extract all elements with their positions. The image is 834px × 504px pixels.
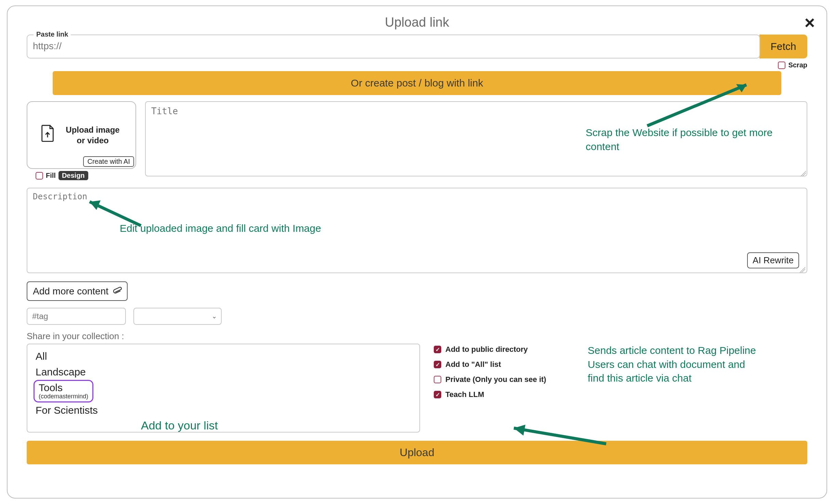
option-label: Teach LLM (445, 390, 484, 399)
checkbox-checked-icon[interactable] (434, 391, 441, 398)
scrap-checkbox[interactable] (778, 62, 785, 69)
ai-rewrite-button[interactable]: AI Rewrite (747, 252, 799, 268)
modal-title: Upload link (18, 15, 816, 30)
option-teach-llm[interactable]: Teach LLM (434, 390, 577, 399)
collection-item-scientists[interactable]: For Scientists (34, 402, 413, 418)
annotation-teach: find this article via chat (588, 371, 807, 385)
add-more-content-button[interactable]: Add more content (27, 281, 128, 301)
collection-item-landscape[interactable]: Landscape (34, 364, 413, 380)
fetch-button[interactable]: Fetch (759, 35, 807, 58)
collection-item-sub: (codemastermind) (39, 393, 88, 400)
collection-item-all[interactable]: All (34, 348, 413, 364)
option-label: Add to public directory (445, 345, 528, 354)
upload-media-card[interactable]: Upload image or video Create with AI (27, 101, 136, 169)
design-button[interactable]: Design (58, 171, 88, 180)
option-public-directory[interactable]: Add to public directory (434, 345, 577, 354)
create-with-ai-button[interactable]: Create with AI (83, 156, 134, 167)
close-icon[interactable]: × (805, 14, 815, 31)
paperclip-icon (110, 284, 123, 299)
upload-link-modal: × Upload link Paste link Fetch Scrap Or … (7, 5, 827, 499)
collection-item-label: Tools (39, 382, 63, 393)
option-label: Add to "All" list (445, 360, 501, 369)
option-label: Private (Only you can see it) (445, 375, 546, 384)
option-add-all[interactable]: Add to "All" list (434, 360, 577, 369)
checkbox-checked-icon[interactable] (434, 361, 441, 368)
paste-link-legend: Paste link (34, 30, 71, 38)
resize-grip-icon[interactable] (800, 171, 806, 176)
fill-checkbox[interactable] (36, 172, 43, 180)
upload-icon (39, 124, 56, 146)
resize-grip-icon[interactable] (800, 267, 805, 273)
upload-card-text: Upload image or video (62, 124, 123, 146)
option-private[interactable]: Private (Only you can see it) (434, 375, 577, 384)
scrap-label: Scrap (788, 61, 807, 69)
fill-label: Fill (46, 172, 56, 180)
add-more-label: Add more content (33, 286, 108, 297)
create-post-bar[interactable]: Or create post / blog with link (53, 71, 781, 95)
annotation-teach: Sends article content to Rag Pipeline (588, 344, 807, 358)
collection-item-tools[interactable]: Tools (codemastermind) (34, 380, 93, 402)
collections-list[interactable]: All Landscape Tools (codemastermind) For… (27, 344, 420, 433)
paste-link-field: Paste link (27, 35, 760, 58)
options-checklist: Add to public directory Add to "All" lis… (434, 344, 577, 433)
description-input[interactable] (27, 188, 807, 273)
upload-button[interactable]: Upload (27, 441, 807, 464)
share-label: Share in your collection : (27, 331, 816, 342)
checkbox-checked-icon[interactable] (434, 346, 441, 353)
tag-input[interactable] (27, 308, 126, 325)
annotation-teach: Users can chat with document and (588, 358, 807, 372)
title-input[interactable] (145, 101, 807, 176)
tag-select[interactable] (133, 308, 222, 325)
paste-link-input[interactable] (32, 38, 755, 54)
checkbox-icon[interactable] (434, 376, 441, 383)
